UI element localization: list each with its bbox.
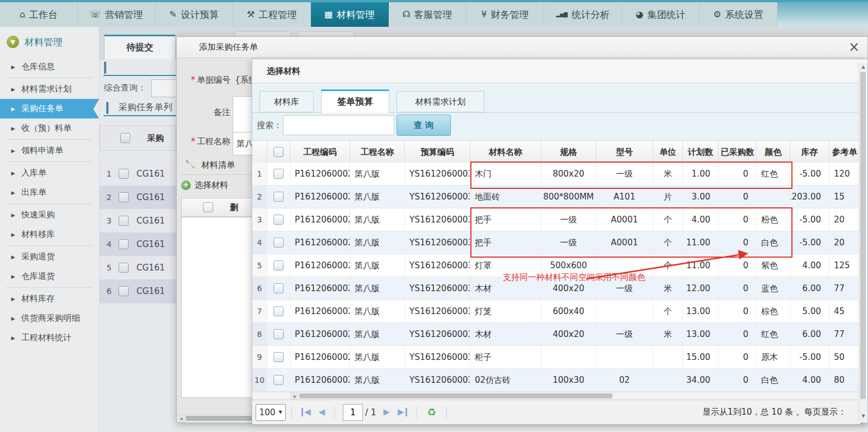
nav-tab-chart[interactable]: ▂▅▇统计分析 [544, 2, 622, 27]
row-checkbox[interactable] [273, 375, 284, 385]
row-checkbox[interactable] [273, 260, 284, 270]
scrollbar-thumb[interactable] [299, 393, 612, 398]
top-nav-bar: ⌂工作台☏营销管理✎设计预算⚒工程管理▦材料管理☊客服管理¥财务管理▂▅▇统计分… [0, 0, 868, 27]
nav-tab-pie[interactable]: ◕集团统计 [622, 2, 700, 27]
sidebar-item[interactable]: ▶收（预）料单 [0, 118, 99, 138]
table-row[interactable]: 2P1612060002第八版YS1612060003地面砖800*800MMA… [252, 186, 860, 208]
table-cell: 木材 [470, 323, 541, 345]
sidebar-item[interactable]: ▶材料库存 [0, 289, 99, 308]
nav-tab-team[interactable]: ⚒工程管理 [233, 2, 311, 27]
sidebar-item[interactable]: ▶采购退货 [0, 247, 99, 267]
prev-page-icon[interactable]: ◀ [319, 408, 326, 416]
refresh-icon[interactable]: ♻ [427, 406, 436, 418]
sidebar-item[interactable]: ▶供货商采购明细 [0, 308, 99, 328]
nav-tab-chat[interactable]: ☏营销管理 [78, 2, 155, 27]
table-cell: A0001 [596, 231, 653, 254]
table-row[interactable]: 7P1612060002第八版YS1612060003灯笼600x40个13.0… [252, 300, 860, 323]
table-cell: 木门 [470, 163, 541, 185]
sidebar-item[interactable]: ▶入库单 [0, 163, 99, 183]
query-button[interactable]: 查 询 [397, 115, 451, 136]
row-checkbox[interactable] [273, 283, 284, 293]
tab-signed-budget[interactable]: 签单预算 [321, 89, 389, 113]
dialog-title: 添加采购任务单 [199, 42, 258, 53]
row-number: 3 [252, 208, 267, 231]
sidebar-item[interactable]: ▶仓库退货 [0, 267, 99, 286]
table-cell: 蓝色 [757, 277, 790, 300]
nav-tab-edit[interactable]: ✎设计预算 [155, 2, 233, 27]
column-header: 工程名称 [350, 141, 405, 163]
table-cell: 13.00 [683, 300, 719, 322]
table-row[interactable]: 10P1612060002第八版YS161206000302仿古砖100x300… [252, 369, 860, 392]
scroll-left-icon[interactable]: ◂ [290, 392, 298, 400]
row-checkbox[interactable] [273, 192, 284, 202]
scroll-left-icon[interactable]: ◂ [177, 415, 185, 422]
close-icon[interactable]: × [848, 39, 860, 55]
divider [446, 406, 447, 419]
row-number: 1 [252, 163, 267, 185]
row-checkbox[interactable] [273, 238, 284, 248]
table-row[interactable]: 8P1612060002第八版YS1612060003木材400x20一级米13… [252, 323, 860, 346]
table-cell [653, 346, 683, 368]
sidebar-item[interactable]: ▶出库单 [0, 183, 99, 202]
row-checkbox[interactable] [273, 329, 284, 339]
table-cell: 米 [653, 323, 683, 345]
next-page-icon[interactable]: ▶ [383, 408, 390, 416]
scroll-down-icon[interactable]: ▼ [859, 412, 867, 420]
delete-column-header: 删 [230, 202, 238, 213]
expand-arrows-icon[interactable]: ↖↘ [185, 159, 195, 169]
column-header: 规格 [541, 141, 596, 163]
row-checkbox[interactable] [273, 215, 284, 225]
last-page-icon[interactable]: ▶ [398, 408, 407, 416]
table-row[interactable]: 1P1612060002第八版YS1612060003木门800x20一级米1.… [252, 163, 860, 186]
row-number: 8 [252, 323, 267, 345]
sidebar-item[interactable]: ▶快速采购 [0, 205, 99, 225]
table-cell: 6.00 [790, 277, 829, 300]
nav-tab-yen[interactable]: ¥财务管理 [466, 2, 544, 27]
row-number: 4 [252, 231, 267, 254]
sidebar-item[interactable]: ▶材料需求计划 [0, 79, 99, 99]
row-checkbox[interactable] [273, 306, 284, 316]
row-select-cell [267, 323, 290, 345]
table-cell: YS1612060003 [405, 231, 470, 254]
sidebar-item[interactable]: ▶采购任务单 [0, 99, 99, 118]
table-cell: YS1612060003 [405, 300, 470, 322]
table-row[interactable]: 3P1612060002第八版YS1612060003把手一级A0001个4.0… [252, 208, 860, 231]
table-cell: YS1612060003 [405, 186, 470, 208]
select-all-header [267, 141, 290, 163]
nav-tab-grid[interactable]: ▦材料管理 [311, 2, 389, 27]
sidebar-item[interactable]: ▶领料申请单 [0, 141, 99, 160]
page-number-input[interactable] [343, 404, 363, 421]
table-row[interactable]: 9P1612060002第八版YS1612060003柜子15.000原木-5.… [252, 346, 860, 369]
sidebar-item[interactable]: ▶工程材料统计 [0, 328, 99, 348]
nav-tab-gear[interactable]: ⚙系统设置 [700, 2, 777, 27]
table-row[interactable]: 4P1612060002第八版YS1612060003把手一级A0001个11.… [252, 231, 860, 254]
select-all-checkbox[interactable] [273, 147, 284, 157]
sidebar-menu: ▶仓库信息▶材料需求计划▶采购任务单▶收（预）料单▶领料申请单▶入库单▶出库单▶… [0, 57, 99, 348]
row-checkbox[interactable] [273, 352, 284, 362]
row-number: 10 [252, 369, 267, 391]
table-cell: 02仿古砖 [470, 369, 541, 391]
row-checkbox[interactable] [273, 169, 284, 179]
vertical-scrollbar[interactable]: ▲ ▼ [858, 63, 867, 420]
sidebar-item[interactable]: ▶仓库信息 [0, 57, 99, 77]
table-horizontal-scrollbar[interactable]: ◂ [252, 392, 860, 400]
table-cell: 0 [719, 186, 757, 208]
pie-icon: ◕ [636, 10, 644, 19]
tab-material-library[interactable]: 材料库 [260, 91, 314, 112]
nav-tab-home[interactable]: ⌂工作台 [0, 2, 78, 27]
sidebar-header[interactable]: ▼ 材料管理 [0, 27, 99, 57]
column-header: 单位 [653, 141, 683, 163]
table-cell: 把手 [470, 231, 541, 254]
search-input[interactable] [283, 115, 394, 135]
first-page-icon[interactable]: ◀ [301, 408, 311, 416]
dialog-header: 选择材料 [252, 59, 867, 83]
page-size-select[interactable]: 100 ▼ [256, 404, 286, 421]
tab-material-demand-plan[interactable]: 材料需求计划 [397, 91, 484, 112]
scroll-up-icon[interactable]: ▲ [859, 63, 867, 71]
chart-icon: ▂▅▇ [556, 12, 568, 17]
scrollbar-thumb[interactable] [860, 72, 866, 399]
select-all-checkbox[interactable] [203, 202, 213, 212]
select-material-button[interactable]: + 选择材料 [181, 180, 228, 191]
sidebar-item[interactable]: ▶材料移库 [0, 225, 99, 244]
nav-tab-headset[interactable]: ☊客服管理 [389, 2, 466, 27]
